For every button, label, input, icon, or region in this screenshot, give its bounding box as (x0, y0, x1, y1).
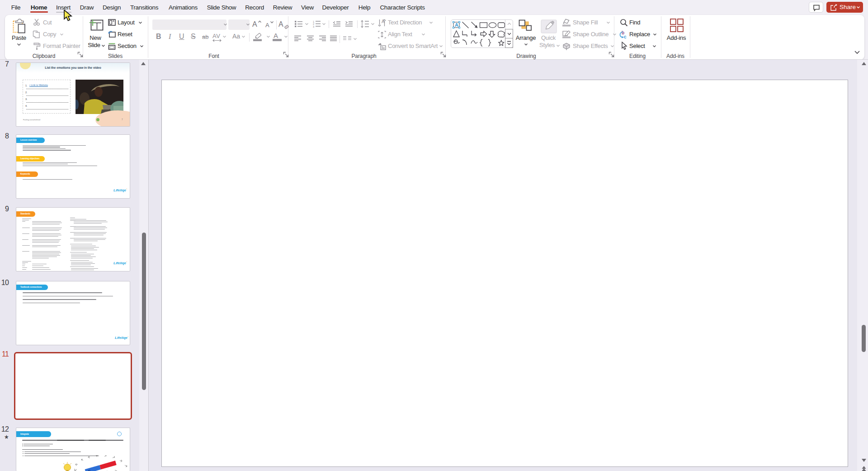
svg-text:c: c (624, 34, 627, 39)
svg-text:3: 3 (313, 25, 314, 28)
svg-text:A: A (455, 22, 458, 28)
